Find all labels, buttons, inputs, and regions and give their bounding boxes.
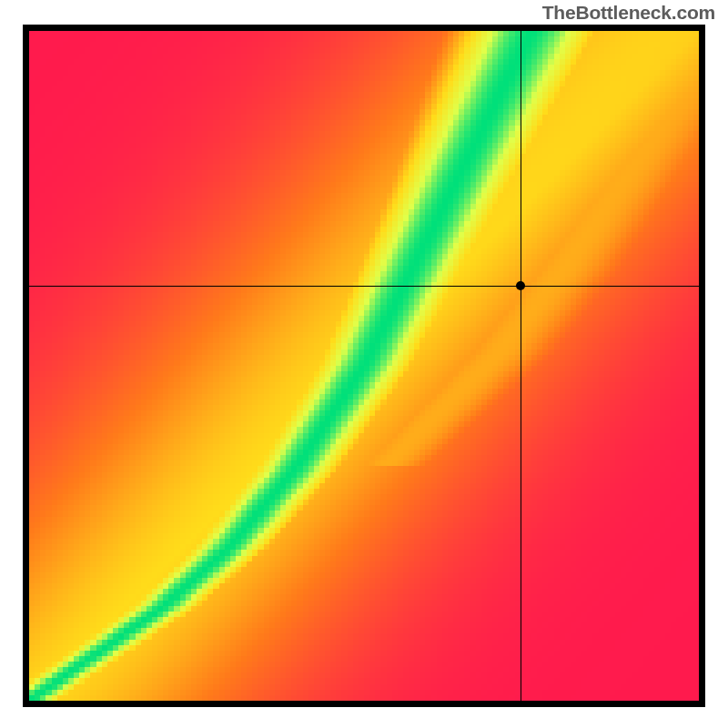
marker-dot: [516, 281, 525, 290]
plot-frame: [23, 25, 705, 707]
heatmap-canvas: [29, 31, 699, 701]
crosshair-horizontal: [29, 286, 699, 287]
watermark-text: TheBottleneck.com: [542, 2, 715, 24]
chart-container: TheBottleneck.com: [0, 0, 728, 728]
crosshair-vertical: [521, 31, 521, 701]
